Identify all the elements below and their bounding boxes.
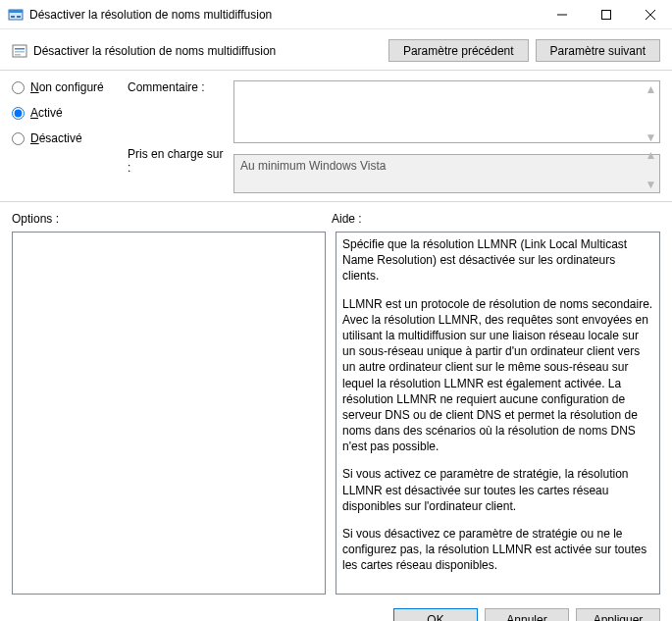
help-paragraph-2: LLMNR est un protocole de résolution de … <box>342 296 653 455</box>
supported-on-label: Pris en charge sur : <box>128 149 224 173</box>
window-title: Désactiver la résolution de noms multidi… <box>29 8 540 22</box>
state-radio-input-disabled[interactable] <box>12 132 25 145</box>
svg-rect-3 <box>17 16 21 18</box>
svg-rect-1 <box>9 10 23 13</box>
state-radio-input-enabled[interactable] <box>12 107 25 120</box>
svg-rect-10 <box>15 51 25 53</box>
svg-rect-9 <box>15 48 25 50</box>
cancel-button[interactable]: Annuler <box>485 608 569 621</box>
panes: Spécifie que la résolution LLMNR (Link L… <box>12 232 660 595</box>
config-section: Non configuréActivéDésactivé Commentaire… <box>0 71 672 202</box>
prev-btn-label: Paramètre précédent <box>403 44 514 58</box>
options-label: Options : <box>12 212 332 226</box>
policy-icon <box>12 43 27 59</box>
comment-label: Commentaire : <box>128 80 224 149</box>
previous-setting-button[interactable]: Paramètre précédent <box>388 39 529 62</box>
next-btn-label: Paramètre suivant <box>550 44 646 58</box>
state-radio-label-not_configured: Non configuré <box>30 80 104 94</box>
svg-rect-11 <box>15 54 21 56</box>
help-paragraph-1: Spécifie que la résolution LLMNR (Link L… <box>342 236 653 285</box>
config-values: ▲▼ Au minimum Windows Vista ▲▼ <box>233 80 660 193</box>
options-pane <box>12 232 326 595</box>
header-panel: Désactiver la résolution de noms multidi… <box>0 29 672 71</box>
help-paragraph-3: Si vous activez ce paramètre de stratégi… <box>342 466 653 514</box>
setting-title: Désactiver la résolution de noms multidi… <box>12 43 382 59</box>
minimize-button[interactable] <box>540 0 584 29</box>
ok-button[interactable]: OK <box>393 608 478 621</box>
window-controls <box>540 0 672 29</box>
config-labels: Commentaire : Pris en charge sur : <box>128 80 224 193</box>
labels-row: Options : Aide : <box>12 212 660 226</box>
svg-rect-2 <box>11 16 15 18</box>
supported-on-box: Au minimum Windows Vista <box>233 154 660 193</box>
app-icon <box>8 7 24 23</box>
window-titlebar: Désactiver la résolution de noms multidi… <box>0 0 672 29</box>
state-radio-enabled[interactable]: Activé <box>12 106 118 120</box>
state-radio-label-enabled: Activé <box>30 106 63 120</box>
state-radio-disabled[interactable]: Désactivé <box>12 131 118 145</box>
state-radio-not_configured[interactable]: Non configuré <box>12 80 118 94</box>
state-radio-input-not_configured[interactable] <box>12 81 25 94</box>
supported-scrollbar: ▲▼ <box>643 148 659 191</box>
maximize-button[interactable] <box>584 0 628 29</box>
apply-button[interactable]: Appliquer <box>576 608 660 621</box>
help-pane: Spécifie que la résolution LLMNR (Link L… <box>336 232 660 595</box>
help-label: Aide : <box>332 212 362 226</box>
close-button[interactable] <box>628 0 672 29</box>
footer: OK Annuler Appliquer <box>0 598 672 621</box>
lower-section: Options : Aide : Spécifie que la résolut… <box>0 202 672 598</box>
comment-textarea[interactable] <box>233 80 660 143</box>
state-radio-label-disabled: Désactivé <box>30 131 82 145</box>
setting-title-text: Désactiver la résolution de noms multidi… <box>33 44 276 58</box>
state-radio-group: Non configuréActivéDésactivé <box>12 80 118 193</box>
help-paragraph-4: Si vous désactivez ce paramètre de strat… <box>342 526 653 574</box>
comment-scrollbar[interactable]: ▲▼ <box>643 82 659 144</box>
next-setting-button[interactable]: Paramètre suivant <box>536 39 660 62</box>
svg-rect-5 <box>601 10 610 19</box>
